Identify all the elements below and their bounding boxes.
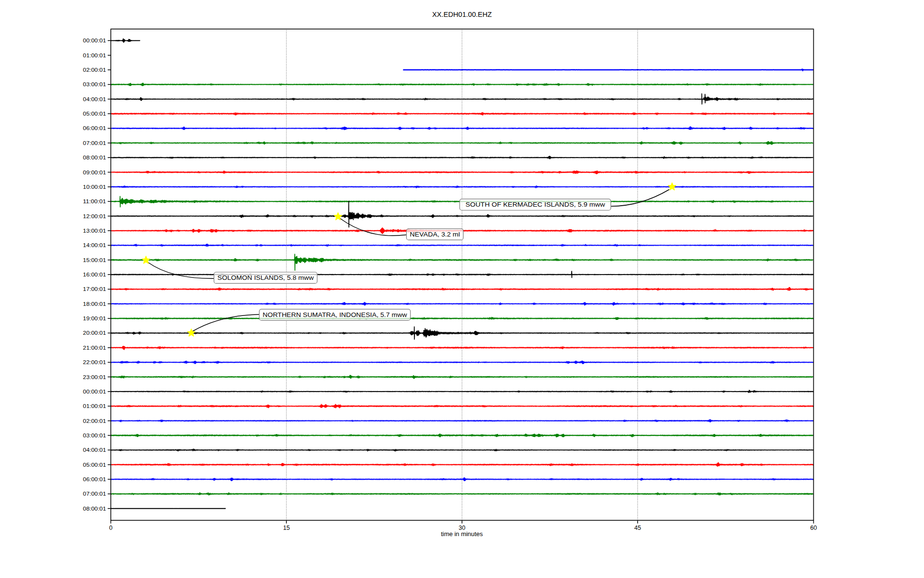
svg-text:05:00:01: 05:00:01 (83, 462, 106, 468)
svg-text:10:00:01: 10:00:01 (83, 184, 106, 190)
svg-text:03:00:01: 03:00:01 (83, 81, 106, 87)
svg-text:30: 30 (459, 525, 465, 531)
svg-text:08:00:01: 08:00:01 (83, 155, 106, 160)
svg-text:XX.EDH01.00.EHZ: XX.EDH01.00.EHZ (432, 10, 492, 18)
svg-text:17:00:01: 17:00:01 (83, 286, 106, 292)
svg-text:03:00:01: 03:00:01 (83, 433, 106, 438)
svg-text:20:00:01: 20:00:01 (83, 330, 106, 336)
svg-text:07:00:01: 07:00:01 (83, 140, 106, 146)
svg-text:09:00:01: 09:00:01 (83, 170, 106, 175)
svg-text:01:00:01: 01:00:01 (83, 403, 106, 409)
svg-text:13:00:01: 13:00:01 (83, 228, 106, 234)
svg-text:04:00:01: 04:00:01 (83, 96, 106, 102)
svg-text:16:00:01: 16:00:01 (83, 272, 106, 277)
svg-text:02:00:01: 02:00:01 (83, 67, 106, 73)
svg-text:21:00:01: 21:00:01 (83, 345, 106, 351)
svg-text:NORTHERN SUMATRA, INDONESIA, 5: NORTHERN SUMATRA, INDONESIA, 5.7 mww (263, 311, 407, 318)
svg-text:02:00:01: 02:00:01 (83, 418, 106, 424)
svg-text:06:00:01: 06:00:01 (83, 476, 106, 482)
svg-text:19:00:01: 19:00:01 (83, 315, 106, 321)
svg-text:01:00:01: 01:00:01 (83, 53, 106, 58)
svg-text:14:00:01: 14:00:01 (83, 242, 106, 248)
svg-text:22:00:01: 22:00:01 (83, 359, 106, 365)
svg-text:18:00:01: 18:00:01 (83, 301, 106, 307)
svg-text:04:00:01: 04:00:01 (83, 447, 106, 453)
svg-text:23:00:01: 23:00:01 (83, 374, 106, 380)
svg-text:15:00:01: 15:00:01 (83, 257, 106, 263)
svg-text:60: 60 (810, 525, 817, 531)
svg-text:08:00:01: 08:00:01 (83, 506, 106, 512)
svg-text:NEVADA, 3.2 ml: NEVADA, 3.2 ml (410, 231, 460, 238)
svg-text:11:00:01: 11:00:01 (83, 198, 106, 204)
svg-text:05:00:01: 05:00:01 (83, 111, 106, 117)
svg-text:06:00:01: 06:00:01 (83, 125, 106, 131)
svg-text:15: 15 (283, 525, 290, 531)
svg-text:SOUTH OF KERMADEC ISLANDS, 5.9: SOUTH OF KERMADEC ISLANDS, 5.9 mww (465, 201, 605, 208)
svg-text:07:00:01: 07:00:01 (83, 491, 106, 497)
svg-text:time in minutes: time in minutes (441, 531, 483, 538)
svg-text:00:00:01: 00:00:01 (83, 38, 106, 43)
svg-text:12:00:01: 12:00:01 (83, 213, 106, 219)
svg-text:0: 0 (109, 525, 113, 531)
svg-text:00:00:01: 00:00:01 (83, 389, 106, 394)
svg-text:SOLOMON ISLANDS, 5.8 mww: SOLOMON ISLANDS, 5.8 mww (218, 274, 314, 281)
svg-text:45: 45 (634, 525, 641, 531)
